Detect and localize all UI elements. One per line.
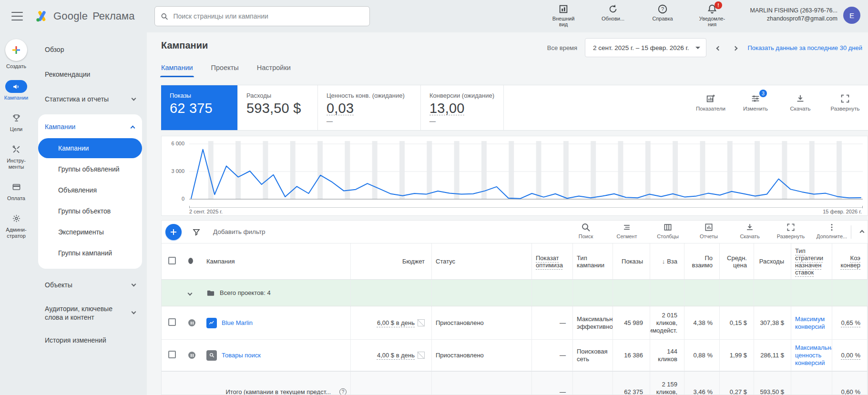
col-impressions[interactable]: Показы	[613, 243, 650, 279]
sidenav-item-asset-groups[interactable]: Группы объектов	[41, 201, 139, 221]
avatar[interactable]: E	[843, 7, 860, 24]
appearance-button[interactable]: Внешний вид	[546, 4, 581, 27]
segment-icon	[622, 223, 632, 232]
col-interaction-rate[interactable]: По взаимо	[684, 243, 719, 279]
metrics-button[interactable]: Показатели	[694, 93, 727, 111]
collapse-group-chevron[interactable]	[188, 291, 193, 296]
date-range-picker[interactable]: 2 сент. 2025 г. – 15 февр. 2026 г.	[585, 38, 706, 57]
metrics-icon	[705, 93, 716, 104]
menu-icon[interactable]	[11, 12, 23, 20]
last-30-days-link[interactable]: Показать данные за последние 30 дней	[747, 44, 862, 51]
paused-status-icon[interactable]	[188, 352, 195, 359]
rail-item-tools[interactable]: Инстру-менты	[1, 143, 31, 170]
more-button[interactable]: Дополните...	[818, 223, 846, 239]
collapse-table-chevron[interactable]	[860, 227, 864, 236]
search-input[interactable]	[173, 12, 364, 20]
reports-button[interactable]: Отчеты	[695, 223, 723, 239]
rail-item-billing[interactable]: Оплата	[1, 181, 31, 202]
help-button[interactable]: ? Справка	[645, 4, 680, 27]
sidenav-item-assets[interactable]: Объекты	[39, 274, 142, 295]
svg-text:?: ?	[661, 6, 664, 12]
add-filter-label[interactable]: Добавить фильтр	[213, 228, 266, 235]
refresh-icon	[608, 4, 618, 14]
col-status[interactable]: Статус	[431, 243, 531, 279]
edit-columns-button[interactable]: 3 Изменить	[739, 93, 772, 111]
sidenav-item-recommendations[interactable]: Рекомендации	[39, 64, 142, 85]
bid-strategy-link[interactable]: Максимум конверсий	[795, 315, 828, 331]
sidenav-item-overview[interactable]: Обзор	[39, 39, 142, 60]
impressions: 45 989	[613, 306, 650, 339]
avg-cost: 1,99 $	[719, 340, 754, 371]
rail-item-campaigns[interactable]: Кампании	[1, 80, 31, 101]
col-bid-strategy[interactable]: Тип стратегии назначен ставок	[791, 243, 832, 279]
interactions: 144 кликов	[650, 340, 684, 371]
download-button[interactable]: Скачать	[784, 93, 817, 111]
tab-campaigns[interactable]: Кампании	[161, 64, 193, 77]
edit-budget-icon[interactable]	[418, 352, 425, 359]
chart-brush-axis[interactable]	[189, 207, 863, 208]
interactions: 2 015 кликов, взаимодейст.	[650, 306, 684, 339]
columns-button[interactable]: Столбцы	[654, 223, 682, 239]
search-icon	[581, 223, 591, 232]
edit-budget-icon[interactable]	[418, 319, 425, 326]
row-checkbox[interactable]	[168, 318, 176, 326]
campaign-link[interactable]: Blue Marlin	[222, 319, 253, 326]
paused-status-icon[interactable]	[188, 319, 195, 326]
sidenav-item-ad-groups[interactable]: Группы объявлений	[41, 159, 139, 179]
row-checkbox[interactable]	[168, 351, 176, 358]
help-icon[interactable]: ?	[339, 388, 347, 395]
table-download-button[interactable]: Скачать	[736, 223, 764, 239]
filter-icon[interactable]	[192, 228, 201, 236]
tab-drafts[interactable]: Проекты	[211, 64, 239, 77]
scorecard-cost[interactable]: Расходы 593,50 $	[238, 85, 318, 130]
expand-button[interactable]: Развернуть	[829, 93, 861, 111]
col-opt-score[interactable]: Показат оптимиза	[531, 243, 572, 279]
global-search[interactable]	[154, 6, 370, 26]
table-search-button[interactable]: Поиск	[572, 223, 600, 239]
scorecard-conversions[interactable]: Конверсии (ожидание) 13,00 —	[421, 85, 504, 130]
sidenav-item-campaigns[interactable]: Кампании	[38, 138, 142, 158]
sidenav-item-stats[interactable]: Статистика и отчеты	[39, 89, 142, 110]
col-cost[interactable]: Расходы	[754, 243, 791, 279]
col-interactions[interactable]: ↓ Вза	[650, 243, 684, 279]
totals-row: Итого (кампании в текущем предст... ? — …	[162, 371, 868, 395]
select-all-checkbox[interactable]	[168, 257, 176, 264]
table-expand-button[interactable]: Развернуть	[777, 223, 805, 239]
segment-button[interactable]: Сегмент	[613, 223, 641, 239]
create-button[interactable]: Создать	[1, 39, 31, 70]
sidenav-item-change-history[interactable]: История изменений	[39, 330, 142, 351]
date-range-value: 2 сент. 2025 г. – 15 февр. 2026 г.	[593, 44, 689, 51]
sidenav-item-ads[interactable]: Объявления	[41, 180, 139, 200]
ads-triangle-icon	[35, 10, 49, 23]
sidenav-item-experiments[interactable]: Эксперименты	[41, 222, 139, 242]
brand-google: Google	[53, 10, 88, 22]
col-avg-cost[interactable]: Средн. цена	[719, 243, 754, 279]
bid-strategy-link[interactable]: Максимальная ценность конверсий	[795, 344, 832, 367]
chevron-down-icon	[132, 282, 136, 287]
campaign-link[interactable]: Товары поиск	[222, 352, 261, 359]
sidenav-item-audiences[interactable]: Аудитории, ключевые слова и контент	[39, 299, 142, 326]
rail-item-admin[interactable]: Админи-стратор	[1, 212, 31, 239]
col-budget[interactable]: Бюджет	[350, 243, 431, 279]
date-next-button[interactable]	[731, 41, 740, 55]
cost: 593,50 $	[754, 372, 791, 395]
topbar-actions: Внешний вид Обнови... ? Справка ! Уведом…	[546, 4, 730, 27]
tab-settings[interactable]: Настройки	[257, 64, 291, 77]
account-info[interactable]: MARLIN FISHING (263-976-76... zhandospro…	[750, 7, 837, 23]
y-tick-0: 0	[162, 196, 184, 202]
avg-cost: 0,15 $	[719, 306, 754, 339]
add-button[interactable]	[165, 224, 182, 240]
date-prev-button[interactable]	[714, 41, 723, 55]
sidenav-item-campaign-groups[interactable]: Группы кампаний	[41, 243, 139, 263]
scorecard-impressions[interactable]: Показы 62 375	[161, 85, 238, 130]
notifications-button[interactable]: ! Уведомле-ния	[694, 4, 730, 27]
scorecard-conv-value[interactable]: Ценность конв. (ожидание) 0,03 —	[318, 85, 421, 130]
filter-bar: Добавить фильтр Поиск Сегмент Столбцы	[162, 221, 868, 243]
refresh-button[interactable]: Обнови...	[595, 4, 631, 27]
col-campaign[interactable]: Кампания	[203, 256, 350, 267]
conv-rate: 0,60 %	[841, 388, 860, 395]
col-conv-rate[interactable]: Коэ конвер	[832, 243, 867, 279]
sidenav-group-campaigns[interactable]: Кампании	[38, 116, 142, 137]
col-campaign-type[interactable]: Тип кампании	[572, 243, 613, 279]
rail-item-goals[interactable]: Цели	[1, 111, 31, 132]
